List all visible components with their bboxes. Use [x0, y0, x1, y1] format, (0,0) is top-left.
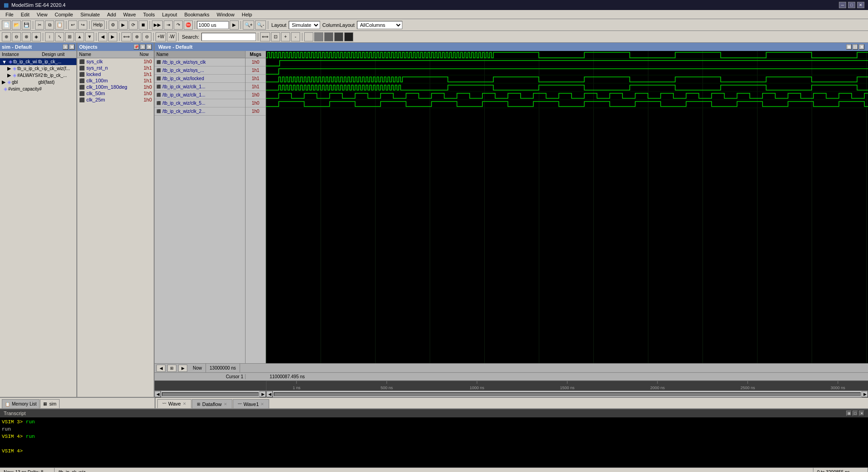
- toolbar-help-btn[interactable]: Help: [91, 20, 105, 30]
- menu-compile[interactable]: Compile: [51, 11, 76, 18]
- menu-view[interactable]: View: [33, 11, 51, 18]
- maximize-button[interactable]: □: [848, 2, 855, 8]
- toolbar2-del-wave[interactable]: -W: [167, 32, 176, 41]
- tab-sim[interactable]: ▦ sim: [40, 399, 60, 408]
- tab-wave1[interactable]: 〰 Wave1 ✕: [233, 399, 270, 408]
- signal-row-0[interactable]: ⬛ /tb_ip_ck_wiz/sys_clk: [155, 58, 245, 66]
- toolbar-simulate-btn[interactable]: ▶: [119, 20, 128, 30]
- sim-item-1[interactable]: ▶ ◈ tb_u_ip_ck_wi... ip_ck_wiz(f...: [5, 65, 76, 72]
- obj-row-0[interactable]: ⬛ sys_clk 1h0: [77, 58, 154, 65]
- objects-add[interactable]: +: [140, 44, 146, 50]
- toolbar-redo-btn[interactable]: ↪: [78, 20, 87, 30]
- signal-row-5[interactable]: ⬛ /tb_ip_ck_wiz/clk_5...: [155, 99, 245, 107]
- toolbar2-wave-h1[interactable]: [304, 32, 313, 41]
- transcript-controls[interactable]: ⊞ □ ✕: [846, 411, 864, 416]
- menu-add[interactable]: Add: [104, 11, 120, 18]
- obj-row-5[interactable]: ⬛ clk_50m 1h0: [77, 90, 154, 96]
- signal-row-2[interactable]: ⬛ /tb_ip_ck_wiz/locked: [155, 75, 245, 83]
- tab-dataflow[interactable]: ⊞ Dataflow ✕: [192, 399, 232, 408]
- objects-close[interactable]: ✕: [146, 44, 152, 50]
- scroll-left-btn2[interactable]: ◀: [266, 391, 273, 397]
- menu-layout[interactable]: Layout: [159, 11, 181, 18]
- obj-row-2[interactable]: ⬛ locked 1h1: [77, 71, 154, 77]
- menu-bookmarks[interactable]: Bookmarks: [181, 11, 213, 18]
- wave-mini-btn2[interactable]: ⊞: [167, 365, 176, 372]
- toolbar2-prev-btn[interactable]: ◀: [98, 32, 107, 41]
- run-time-input[interactable]: [197, 21, 229, 29]
- toolbar2-btn2[interactable]: ⊖: [12, 32, 21, 41]
- menu-tools[interactable]: Tools: [140, 11, 159, 18]
- toolbar2-btn3[interactable]: ⊗: [22, 32, 31, 41]
- minimize-button[interactable]: ─: [839, 2, 846, 8]
- obj-row-6[interactable]: ⬛ clk_25m 1h0: [77, 96, 154, 103]
- toolbar-run-btn[interactable]: ▶▶: [152, 20, 163, 30]
- close-button[interactable]: ✕: [857, 2, 864, 8]
- toolbar2-wave-h3[interactable]: [324, 32, 333, 41]
- toolbar2-fit-btn[interactable]: ⊞: [65, 32, 74, 41]
- toolbar-wave-zoom-out[interactable]: 🔍-: [255, 20, 266, 30]
- wave-panel-max[interactable]: □: [853, 44, 858, 50]
- toolbar2-wave-zoom-full[interactable]: ⟺: [121, 32, 131, 41]
- wave-panel-controls[interactable]: ⊞ □ ✕: [846, 44, 864, 50]
- toolbar-stepover-btn[interactable]: ↷: [174, 20, 183, 30]
- obj-row-3[interactable]: ⬛ clk_100m 1h1: [77, 77, 154, 84]
- toolbar-run-time-btn[interactable]: ▶: [230, 20, 239, 30]
- toolbar2-in-btn[interactable]: ▲: [75, 32, 84, 41]
- toolbar-paste-btn[interactable]: 📋: [55, 20, 64, 30]
- signal-row-3[interactable]: ⬛ /tb_ip_ck_wiz/clk_1...: [155, 83, 245, 91]
- obj-row-1[interactable]: ⬛ sys_rst_n 1h1: [77, 65, 154, 71]
- toolbar2-zoom-out3[interactable]: -: [291, 32, 300, 41]
- sim-panel-add[interactable]: +: [63, 44, 68, 50]
- sim-panel-close[interactable]: ✕: [69, 44, 75, 50]
- column-layout-select[interactable]: AllColumns: [357, 21, 402, 29]
- wave-mini-btn1[interactable]: ◀: [156, 365, 166, 372]
- dataflow-tab-close[interactable]: ✕: [224, 402, 227, 406]
- menu-edit[interactable]: Edit: [17, 11, 33, 18]
- toolbar-break-btn[interactable]: ⛔: [184, 20, 193, 30]
- scroll-left-btn[interactable]: ◀: [155, 391, 161, 397]
- objects-panel-controls[interactable]: 📌 + ✕: [134, 44, 152, 50]
- transcript-close[interactable]: ✕: [859, 411, 864, 416]
- toolbar2-btn1[interactable]: ⊕: [2, 32, 11, 41]
- title-bar-controls[interactable]: ─ □ ✕: [839, 2, 864, 8]
- tab-wave[interactable]: 〰 Wave ✕: [157, 399, 191, 408]
- toolbar2-out-btn[interactable]: ▼: [85, 32, 94, 41]
- toolbar2-wave-h2[interactable]: [314, 32, 323, 41]
- layout-select[interactable]: Simulate: [289, 21, 320, 29]
- menu-wave[interactable]: Wave: [120, 11, 140, 18]
- toolbar-stop-btn[interactable]: ⏹: [139, 20, 148, 30]
- menu-window[interactable]: Window: [213, 11, 238, 18]
- transcript-max[interactable]: □: [853, 411, 858, 416]
- wave-scrollbar[interactable]: ◀ ▶ ◀ ▶: [155, 391, 868, 397]
- sim-item-0[interactable]: ▼ ◈ tb_ip_ck_wiz tb_ip_ck_...: [0, 58, 76, 65]
- menu-help[interactable]: Help: [238, 11, 256, 18]
- menu-file[interactable]: File: [2, 11, 17, 18]
- toolbar2-add-wave[interactable]: +W: [156, 32, 166, 41]
- toolbar-copy-btn[interactable]: ⧉: [45, 20, 54, 30]
- toolbar2-btn4[interactable]: ◈: [32, 32, 41, 41]
- toolbar-restart-btn[interactable]: ⟳: [129, 20, 138, 30]
- signal-row-4[interactable]: ⬛ /tb_ip_ck_wiz/clk_1...: [155, 91, 245, 99]
- toolbar2-zoom-in3[interactable]: +: [281, 32, 290, 41]
- search-input[interactable]: [201, 33, 256, 41]
- sim-item-3[interactable]: ▶ ◈ gbl gbl(fast): [0, 79, 76, 86]
- scroll-right-btn2[interactable]: ▶: [862, 391, 868, 397]
- toolbar2-wave-h5[interactable]: [344, 32, 353, 41]
- toolbar-step-btn[interactable]: ⇥: [164, 20, 173, 30]
- menu-simulate[interactable]: Simulate: [77, 11, 104, 18]
- wave1-tab-close[interactable]: ✕: [261, 402, 264, 406]
- signal-row-6[interactable]: ⬛ /tb_ip_ck_wiz/clk_2...: [155, 107, 245, 116]
- toolbar-save-btn[interactable]: 💾: [22, 20, 31, 30]
- toolbar2-next-btn[interactable]: ▶: [108, 32, 117, 41]
- toolbar-cut-btn[interactable]: ✂: [35, 20, 44, 30]
- waveform-display[interactable]: [266, 51, 868, 363]
- sim-item-2[interactable]: ▶ ◈ #ALWAYS#23 tb_ip_ck_...: [5, 72, 76, 79]
- toolbar-open-btn[interactable]: 📂: [12, 20, 21, 30]
- toolbar-compile-btn[interactable]: ⚙: [109, 20, 118, 30]
- sim-item-4[interactable]: ◈ #vsim_capacity#: [0, 86, 76, 92]
- scroll-track-main[interactable]: [274, 392, 861, 396]
- toolbar2-zoom-btn[interactable]: ⤡: [55, 32, 64, 41]
- toolbar-undo-btn[interactable]: ↩: [68, 20, 77, 30]
- toolbar2-zoom-sel[interactable]: ⊡: [271, 32, 280, 41]
- wave-mini-btn3[interactable]: ▶: [178, 365, 187, 372]
